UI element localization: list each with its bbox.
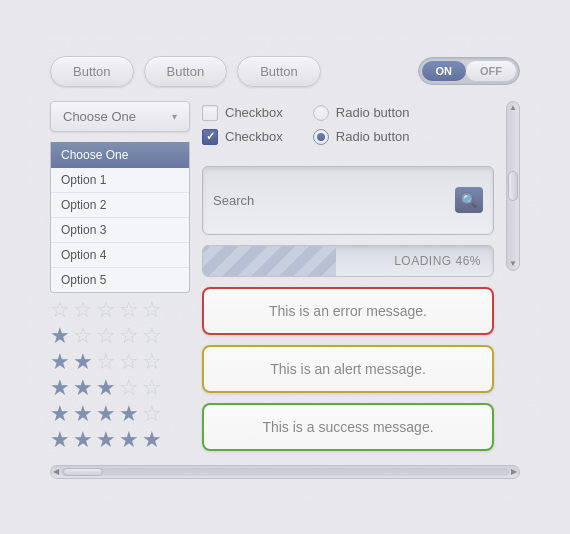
button-1[interactable]: Button [50,56,134,87]
button-2[interactable]: Button [144,56,228,87]
left-column: Choose One Choose One Option 1 Option 2 … [50,101,190,451]
star-2[interactable]: ★ [73,403,93,425]
star-row-1: ★ ☆ ☆ ☆ ☆ [50,325,190,347]
star-row-0: ☆ ☆ ☆ ☆ ☆ [50,299,190,321]
star-2[interactable]: ★ [73,429,93,451]
checkbox-2[interactable] [202,129,218,145]
star-1[interactable]: ★ [50,377,70,399]
search-input[interactable] [213,193,447,208]
star-1[interactable]: ☆ [50,299,70,321]
loading-bar: LOADING 46% [202,245,494,277]
checkbox-label-2: Checkbox [225,129,283,144]
horizontal-scrollbar[interactable]: ◀ ▶ [50,465,520,479]
checkbox-item-2[interactable]: Checkbox [202,129,283,145]
checkbox-label-1: Checkbox [225,105,283,120]
dropdown-list-header: Choose One [51,142,189,168]
star-1[interactable]: ★ [50,429,70,451]
star-row-2: ★ ★ ☆ ☆ ☆ [50,351,190,373]
star-2[interactable]: ★ [73,377,93,399]
loading-label: LOADING 46% [394,254,481,268]
search-box: 🔍 [202,166,494,235]
radio-label-2: Radio button [336,129,410,144]
star-1[interactable]: ★ [50,351,70,373]
toggle-on-button[interactable]: ON [422,61,467,81]
scrollbar-up-arrow[interactable]: ▲ [509,104,517,112]
checkbox-row-1: Checkbox Radio button [202,105,494,121]
star-3[interactable]: ★ [96,377,116,399]
star-1[interactable]: ★ [50,403,70,425]
error-message-text: This is an error message. [269,303,427,319]
loading-bar-fill [203,246,336,276]
star-4[interactable]: ☆ [119,351,139,373]
radio-item-2[interactable]: Radio button [313,129,410,145]
star-5[interactable]: ☆ [142,299,162,321]
star-3[interactable]: ☆ [96,325,116,347]
star-row-5: ★ ★ ★ ★ ★ [50,429,190,451]
dropdown-option-5[interactable]: Option 5 [51,268,189,292]
checkbox-1[interactable] [202,105,218,121]
search-button[interactable]: 🔍 [455,187,483,213]
error-message: This is an error message. [202,287,494,335]
star-2[interactable]: ☆ [73,325,93,347]
star-5[interactable]: ☆ [142,403,162,425]
dropdown-option-2[interactable]: Option 2 [51,193,189,218]
star-row-3: ★ ★ ★ ☆ ☆ [50,377,190,399]
star-4[interactable]: ★ [119,403,139,425]
checkbox-item-1[interactable]: Checkbox [202,105,283,121]
success-message-text: This is a success message. [262,419,433,435]
checkbox-row-2: Checkbox Radio button [202,129,494,145]
star-4[interactable]: ☆ [119,377,139,399]
scrollbar-thumb-h[interactable] [63,468,103,476]
dropdown-trigger-label: Choose One [63,109,136,124]
toggle-group: ON OFF [418,57,521,85]
scrollbar-track-h [61,468,509,476]
star-2[interactable]: ★ [73,351,93,373]
alert-message-text: This is an alert message. [270,361,426,377]
star-3[interactable]: ☆ [96,351,116,373]
alert-message: This is an alert message. [202,345,494,393]
radio-item-1[interactable]: Radio button [313,105,410,121]
dropdown-option-4[interactable]: Option 4 [51,243,189,268]
main-content: Choose One Choose One Option 1 Option 2 … [50,101,520,451]
star-4[interactable]: ☆ [119,299,139,321]
vertical-scrollbar[interactable]: ▲ ▼ [506,101,520,271]
ui-panel: Button Button Button ON OFF Choose One C… [30,36,540,499]
buttons-row: Button Button Button ON OFF [50,56,520,87]
scrollbar-thumb-vert[interactable] [508,171,518,201]
scrollbar-left-arrow[interactable]: ◀ [53,467,59,476]
dropdown-list: Choose One Option 1 Option 2 Option 3 Op… [50,142,190,293]
star-4[interactable]: ☆ [119,325,139,347]
star-3[interactable]: ☆ [96,299,116,321]
star-4[interactable]: ★ [119,429,139,451]
dropdown-option-3[interactable]: Option 3 [51,218,189,243]
scrollbar-right-arrow[interactable]: ▶ [511,467,517,476]
dropdown-option-1[interactable]: Option 1 [51,168,189,193]
radio-label-1: Radio button [336,105,410,120]
toggle-off-button[interactable]: OFF [466,61,516,81]
button-3[interactable]: Button [237,56,321,87]
search-icon: 🔍 [461,193,477,208]
star-5[interactable]: ☆ [142,351,162,373]
star-5[interactable]: ☆ [142,325,162,347]
right-column: Checkbox Radio button Checkbox Radio but… [202,101,494,451]
radio-1[interactable] [313,105,329,121]
star-2[interactable]: ☆ [73,299,93,321]
radio-2[interactable] [313,129,329,145]
stars-section: ☆ ☆ ☆ ☆ ☆ ★ ☆ ☆ ☆ ☆ ★ ★ ☆ ☆ [50,299,190,451]
star-3[interactable]: ★ [96,403,116,425]
star-5[interactable]: ★ [142,429,162,451]
scrollbar-down-arrow[interactable]: ▼ [509,260,517,268]
star-3[interactable]: ★ [96,429,116,451]
checkboxes-radios-section: Checkbox Radio button Checkbox Radio but… [202,101,494,156]
star-1[interactable]: ★ [50,325,70,347]
star-5[interactable]: ☆ [142,377,162,399]
star-row-4: ★ ★ ★ ★ ☆ [50,403,190,425]
dropdown-trigger[interactable]: Choose One [50,101,190,132]
success-message: This is a success message. [202,403,494,451]
